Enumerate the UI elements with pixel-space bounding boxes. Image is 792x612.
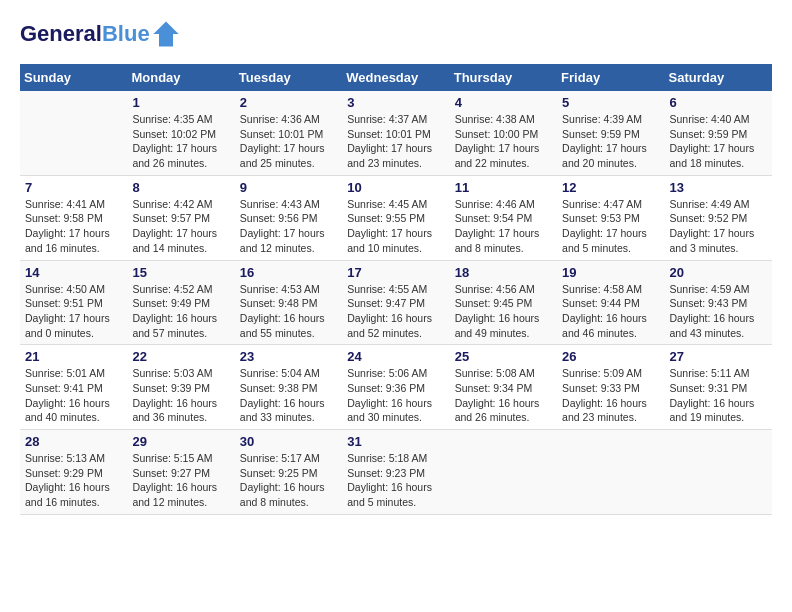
day-of-week-wednesday: Wednesday: [342, 64, 449, 91]
day-number: 8: [132, 180, 229, 195]
calendar-cell: 29Sunrise: 5:15 AM Sunset: 9:27 PM Dayli…: [127, 430, 234, 515]
calendar-cell: 18Sunrise: 4:56 AM Sunset: 9:45 PM Dayli…: [450, 260, 557, 345]
calendar-cell: 28Sunrise: 5:13 AM Sunset: 9:29 PM Dayli…: [20, 430, 127, 515]
day-info: Sunrise: 5:15 AM Sunset: 9:27 PM Dayligh…: [132, 451, 229, 510]
day-info: Sunrise: 4:47 AM Sunset: 9:53 PM Dayligh…: [562, 197, 659, 256]
day-info: Sunrise: 4:53 AM Sunset: 9:48 PM Dayligh…: [240, 282, 337, 341]
day-number: 24: [347, 349, 444, 364]
calendar-cell: 21Sunrise: 5:01 AM Sunset: 9:41 PM Dayli…: [20, 345, 127, 430]
day-number: 17: [347, 265, 444, 280]
day-info: Sunrise: 4:59 AM Sunset: 9:43 PM Dayligh…: [670, 282, 767, 341]
calendar-header: SundayMondayTuesdayWednesdayThursdayFrid…: [20, 64, 772, 91]
week-row-5: 28Sunrise: 5:13 AM Sunset: 9:29 PM Dayli…: [20, 430, 772, 515]
calendar-body: 1Sunrise: 4:35 AM Sunset: 10:02 PM Dayli…: [20, 91, 772, 514]
day-number: 20: [670, 265, 767, 280]
calendar-cell: 10Sunrise: 4:45 AM Sunset: 9:55 PM Dayli…: [342, 175, 449, 260]
calendar-cell: 24Sunrise: 5:06 AM Sunset: 9:36 PM Dayli…: [342, 345, 449, 430]
day-info: Sunrise: 4:43 AM Sunset: 9:56 PM Dayligh…: [240, 197, 337, 256]
day-info: Sunrise: 5:17 AM Sunset: 9:25 PM Dayligh…: [240, 451, 337, 510]
day-number: 5: [562, 95, 659, 110]
calendar-cell: 13Sunrise: 4:49 AM Sunset: 9:52 PM Dayli…: [665, 175, 772, 260]
logo-icon: [152, 20, 180, 48]
calendar-cell: 7Sunrise: 4:41 AM Sunset: 9:58 PM Daylig…: [20, 175, 127, 260]
calendar-cell: 12Sunrise: 4:47 AM Sunset: 9:53 PM Dayli…: [557, 175, 664, 260]
svg-marker-0: [153, 21, 178, 46]
day-info: Sunrise: 4:42 AM Sunset: 9:57 PM Dayligh…: [132, 197, 229, 256]
day-number: 7: [25, 180, 122, 195]
day-info: Sunrise: 4:56 AM Sunset: 9:45 PM Dayligh…: [455, 282, 552, 341]
day-info: Sunrise: 4:36 AM Sunset: 10:01 PM Daylig…: [240, 112, 337, 171]
day-number: 13: [670, 180, 767, 195]
day-info: Sunrise: 5:18 AM Sunset: 9:23 PM Dayligh…: [347, 451, 444, 510]
calendar-cell: 11Sunrise: 4:46 AM Sunset: 9:54 PM Dayli…: [450, 175, 557, 260]
calendar-cell: 15Sunrise: 4:52 AM Sunset: 9:49 PM Dayli…: [127, 260, 234, 345]
day-info: Sunrise: 5:03 AM Sunset: 9:39 PM Dayligh…: [132, 366, 229, 425]
day-of-week-friday: Friday: [557, 64, 664, 91]
day-number: 23: [240, 349, 337, 364]
day-number: 15: [132, 265, 229, 280]
logo-text: GeneralBlue: [20, 22, 150, 46]
calendar-cell: 3Sunrise: 4:37 AM Sunset: 10:01 PM Dayli…: [342, 91, 449, 175]
day-number: 29: [132, 434, 229, 449]
page-header: GeneralBlue: [20, 20, 772, 48]
calendar-cell: 27Sunrise: 5:11 AM Sunset: 9:31 PM Dayli…: [665, 345, 772, 430]
day-number: 14: [25, 265, 122, 280]
day-info: Sunrise: 5:09 AM Sunset: 9:33 PM Dayligh…: [562, 366, 659, 425]
day-of-week-thursday: Thursday: [450, 64, 557, 91]
day-number: 12: [562, 180, 659, 195]
calendar-cell: [20, 91, 127, 175]
logo: GeneralBlue: [20, 20, 180, 48]
calendar-cell: [557, 430, 664, 515]
day-number: 16: [240, 265, 337, 280]
calendar-cell: 5Sunrise: 4:39 AM Sunset: 9:59 PM Daylig…: [557, 91, 664, 175]
day-info: Sunrise: 4:52 AM Sunset: 9:49 PM Dayligh…: [132, 282, 229, 341]
calendar-cell: 6Sunrise: 4:40 AM Sunset: 9:59 PM Daylig…: [665, 91, 772, 175]
calendar-cell: 26Sunrise: 5:09 AM Sunset: 9:33 PM Dayli…: [557, 345, 664, 430]
day-of-week-tuesday: Tuesday: [235, 64, 342, 91]
calendar-cell: 17Sunrise: 4:55 AM Sunset: 9:47 PM Dayli…: [342, 260, 449, 345]
calendar-cell: 30Sunrise: 5:17 AM Sunset: 9:25 PM Dayli…: [235, 430, 342, 515]
day-info: Sunrise: 5:11 AM Sunset: 9:31 PM Dayligh…: [670, 366, 767, 425]
calendar-cell: 8Sunrise: 4:42 AM Sunset: 9:57 PM Daylig…: [127, 175, 234, 260]
week-row-4: 21Sunrise: 5:01 AM Sunset: 9:41 PM Dayli…: [20, 345, 772, 430]
calendar-cell: 19Sunrise: 4:58 AM Sunset: 9:44 PM Dayli…: [557, 260, 664, 345]
day-number: 28: [25, 434, 122, 449]
day-info: Sunrise: 5:04 AM Sunset: 9:38 PM Dayligh…: [240, 366, 337, 425]
day-number: 18: [455, 265, 552, 280]
week-row-3: 14Sunrise: 4:50 AM Sunset: 9:51 PM Dayli…: [20, 260, 772, 345]
day-info: Sunrise: 4:35 AM Sunset: 10:02 PM Daylig…: [132, 112, 229, 171]
calendar-cell: 2Sunrise: 4:36 AM Sunset: 10:01 PM Dayli…: [235, 91, 342, 175]
day-number: 27: [670, 349, 767, 364]
calendar-cell: 20Sunrise: 4:59 AM Sunset: 9:43 PM Dayli…: [665, 260, 772, 345]
day-info: Sunrise: 4:39 AM Sunset: 9:59 PM Dayligh…: [562, 112, 659, 171]
day-info: Sunrise: 5:08 AM Sunset: 9:34 PM Dayligh…: [455, 366, 552, 425]
day-info: Sunrise: 4:45 AM Sunset: 9:55 PM Dayligh…: [347, 197, 444, 256]
day-number: 1: [132, 95, 229, 110]
day-info: Sunrise: 4:37 AM Sunset: 10:01 PM Daylig…: [347, 112, 444, 171]
calendar-cell: 14Sunrise: 4:50 AM Sunset: 9:51 PM Dayli…: [20, 260, 127, 345]
days-of-week-row: SundayMondayTuesdayWednesdayThursdayFrid…: [20, 64, 772, 91]
week-row-2: 7Sunrise: 4:41 AM Sunset: 9:58 PM Daylig…: [20, 175, 772, 260]
day-of-week-saturday: Saturday: [665, 64, 772, 91]
day-number: 19: [562, 265, 659, 280]
day-number: 31: [347, 434, 444, 449]
calendar-cell: [665, 430, 772, 515]
day-of-week-monday: Monday: [127, 64, 234, 91]
calendar-cell: 4Sunrise: 4:38 AM Sunset: 10:00 PM Dayli…: [450, 91, 557, 175]
day-info: Sunrise: 5:01 AM Sunset: 9:41 PM Dayligh…: [25, 366, 122, 425]
day-number: 6: [670, 95, 767, 110]
day-number: 25: [455, 349, 552, 364]
day-info: Sunrise: 4:40 AM Sunset: 9:59 PM Dayligh…: [670, 112, 767, 171]
day-number: 22: [132, 349, 229, 364]
day-info: Sunrise: 4:55 AM Sunset: 9:47 PM Dayligh…: [347, 282, 444, 341]
week-row-1: 1Sunrise: 4:35 AM Sunset: 10:02 PM Dayli…: [20, 91, 772, 175]
calendar-cell: 22Sunrise: 5:03 AM Sunset: 9:39 PM Dayli…: [127, 345, 234, 430]
calendar-cell: 16Sunrise: 4:53 AM Sunset: 9:48 PM Dayli…: [235, 260, 342, 345]
day-info: Sunrise: 4:58 AM Sunset: 9:44 PM Dayligh…: [562, 282, 659, 341]
day-info: Sunrise: 4:49 AM Sunset: 9:52 PM Dayligh…: [670, 197, 767, 256]
calendar-cell: 23Sunrise: 5:04 AM Sunset: 9:38 PM Dayli…: [235, 345, 342, 430]
calendar-cell: 1Sunrise: 4:35 AM Sunset: 10:02 PM Dayli…: [127, 91, 234, 175]
day-number: 4: [455, 95, 552, 110]
day-info: Sunrise: 4:46 AM Sunset: 9:54 PM Dayligh…: [455, 197, 552, 256]
day-number: 10: [347, 180, 444, 195]
